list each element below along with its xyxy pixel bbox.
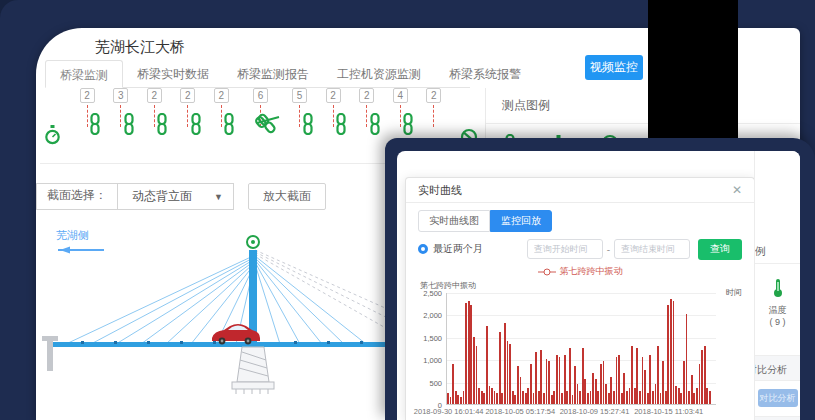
sensor-group[interactable]: 2	[214, 88, 229, 152]
temperature-legend-item[interactable]: 温度 ( 9 )	[755, 278, 800, 327]
dialog-tab-group: 实时曲线图监控回放	[418, 210, 742, 232]
dialog-tab-0[interactable]: 实时曲线图	[418, 210, 490, 232]
x-tick-label: 2018-10-05 05:17:54	[485, 407, 555, 416]
query-start-time-input[interactable]	[527, 239, 603, 259]
chart-bar	[533, 393, 535, 404]
tab-0[interactable]: 桥梁监测	[45, 60, 123, 88]
chain-icon	[190, 113, 202, 139]
stopwatch-group[interactable]	[44, 88, 61, 152]
sensor-group[interactable]: 3	[113, 88, 128, 152]
chart-bar	[587, 393, 589, 404]
sensor-leader-line	[154, 105, 155, 127]
chart-bar	[655, 384, 657, 404]
chart-bar	[660, 393, 662, 404]
chart-bar	[572, 395, 574, 404]
chart-bar	[566, 391, 568, 404]
dialog-tab-1[interactable]: 监控回放	[490, 210, 552, 232]
query-end-time-input[interactable]	[614, 239, 690, 259]
chart-bar	[704, 346, 706, 404]
chart-bar	[574, 366, 576, 404]
sensor-leader-line	[333, 105, 334, 127]
main-tab-bar: 桥梁监测桥梁实时数据桥梁监测报告工控机资源监测桥梁系统报警	[45, 60, 470, 88]
sensor-count-badge: 2	[80, 88, 95, 103]
chart-bar	[478, 388, 480, 404]
chart-bar	[494, 391, 496, 404]
close-icon[interactable]: ✕	[732, 184, 742, 196]
redacted-area	[648, 0, 738, 138]
chain-icon	[89, 113, 101, 139]
chart-bar	[686, 314, 688, 404]
chain-icon	[402, 113, 414, 139]
sensor-group[interactable]: 5	[292, 88, 307, 152]
sensor-group[interactable]: 2	[147, 88, 162, 152]
section-select-label: 截面选择：	[37, 183, 118, 210]
query-row: 最近两个月 - 查询	[418, 238, 742, 260]
sensor-group[interactable]: 6	[247, 88, 273, 152]
chart-bar	[509, 344, 511, 404]
sensor-group[interactable]: 2	[326, 88, 341, 152]
chart-bar	[678, 388, 680, 404]
chart-legend[interactable]: 第七跨跨中振动	[418, 265, 742, 278]
y-tick-label: 1,000	[423, 356, 442, 365]
chart-bar	[559, 357, 561, 404]
chart-bar	[577, 384, 579, 404]
chart-bar	[569, 348, 571, 404]
y-tick-label: 500	[429, 378, 442, 387]
chart-bar	[473, 337, 475, 404]
sensor-leader-line	[400, 105, 401, 127]
compare-analysis-button[interactable]: 对比分析	[758, 389, 798, 407]
chart-bar	[530, 364, 532, 404]
video-monitor-button[interactable]: 视频监控	[585, 55, 643, 80]
y-tick-label: 2,000	[423, 311, 442, 320]
chart-bar	[636, 348, 638, 404]
sensor-leader-line	[221, 105, 222, 127]
query-button[interactable]: 查询	[698, 239, 742, 260]
chart-bar	[639, 391, 641, 404]
date-range-separator: -	[607, 244, 610, 255]
chart-bar	[657, 346, 659, 404]
section-dropdown[interactable]: 动态背立面	[118, 188, 214, 205]
bridge-side-label: 芜湖侧	[56, 228, 89, 243]
tab-3[interactable]: 工控机资源监测	[323, 60, 435, 87]
chart-bar	[626, 391, 628, 404]
chart-bar	[520, 377, 522, 404]
tab-2[interactable]: 桥梁监测报告	[223, 60, 323, 87]
chart-bar	[556, 355, 558, 404]
chain-icon	[223, 113, 235, 139]
chart-bar	[470, 305, 472, 404]
chart-bar	[463, 391, 465, 404]
front-right-panel: 测点图例 温度 ( 9 ) 对比分析 对比分析 选择测点列表	[754, 151, 800, 420]
chart-bar	[608, 393, 610, 404]
enlarge-section-button[interactable]: 放大截面	[248, 183, 326, 210]
chart-bar	[460, 397, 462, 404]
chart-bar	[667, 305, 669, 404]
chart-bar	[504, 323, 506, 404]
chart-bar	[579, 391, 581, 404]
chart-bar	[486, 326, 488, 404]
sensor-group[interactable]: 2	[80, 88, 95, 152]
sensor-count-badge: 2	[147, 88, 162, 103]
chart-bars	[447, 293, 716, 404]
chart-bar	[507, 341, 509, 404]
sensor-group[interactable]: 2	[359, 88, 374, 152]
chart-bar	[491, 388, 493, 404]
tower-base	[232, 347, 274, 394]
page-title: 芜湖长江大桥	[95, 38, 185, 57]
chain-icon	[335, 113, 347, 139]
chart-bar	[613, 391, 615, 404]
y-axis-ticks: 2,5002,0001,5001,0005000	[418, 293, 446, 405]
front-page: 实时曲线 ✕ 实时曲线图监控回放 最近两个月 - 查询	[397, 151, 800, 420]
stopwatch-icon	[44, 124, 61, 150]
chevron-down-icon[interactable]: ▼	[214, 192, 233, 202]
sensor-count-badge: 2	[180, 88, 195, 103]
chart-bar	[610, 377, 612, 404]
chart-bar	[665, 391, 667, 404]
recent-two-months-radio[interactable]	[418, 244, 428, 254]
tab-1[interactable]: 桥梁实时数据	[123, 60, 223, 87]
tab-4[interactable]: 桥梁系统报警	[435, 60, 535, 87]
sensor-leader-line	[87, 105, 88, 127]
chart-bar	[683, 361, 685, 404]
chart-bar	[693, 393, 695, 404]
chain-icon	[369, 113, 381, 139]
sensor-group[interactable]: 2	[180, 88, 195, 152]
